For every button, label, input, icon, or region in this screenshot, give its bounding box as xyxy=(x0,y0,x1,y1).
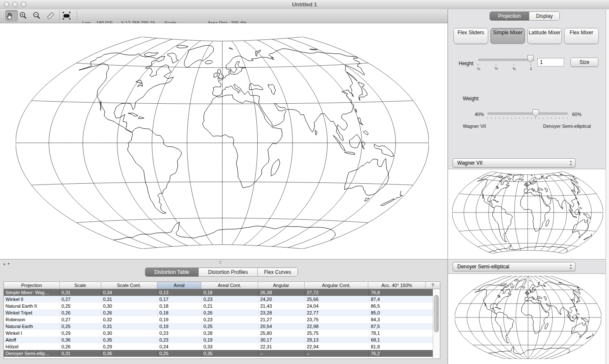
wagner-vii-preview-map xyxy=(452,171,603,254)
table-cell: 85,0 xyxy=(369,309,434,316)
table-cell: 24,04 xyxy=(305,303,369,309)
table-cell: 25,66 xyxy=(305,296,369,303)
table-cell: 0,33 xyxy=(202,343,259,350)
table-cell: 78,1 xyxy=(369,330,434,336)
table-cell: 22,31 xyxy=(259,343,305,350)
height-tick-label: ¾ xyxy=(509,66,519,71)
bottom-tab-bar: Distortion Table Distortion Profiles Fle… xyxy=(145,267,298,277)
tab-display[interactable]: Display xyxy=(529,12,559,20)
table-cell: 0,29 xyxy=(60,330,101,336)
table-row[interactable]: Winkel II0,270,310,170,2324,2025,6687,4 xyxy=(4,296,440,303)
simple-mixer-button[interactable]: Simple Mixer xyxy=(490,28,525,44)
table-cell: 84,3 xyxy=(369,316,434,323)
table-cell: 0,35 xyxy=(101,336,158,343)
table-row[interactable]: Winkel Tripel0,260,260,180,2623,2822,778… xyxy=(4,309,440,316)
table-cell: 29,13 xyxy=(305,336,369,343)
table-scrollbar-thumb[interactable] xyxy=(434,295,439,332)
table-cell: Robinson xyxy=(4,316,60,323)
table-cell: 87,5 xyxy=(369,323,434,330)
table-cell: Natural Earth II xyxy=(4,303,60,309)
main-map-canvas[interactable] xyxy=(16,37,429,249)
column-header-projection[interactable]: Projection xyxy=(4,282,60,289)
weight-slider-ticks xyxy=(487,117,567,119)
table-row[interactable]: Aitoff0,360,350,230,1930,1729,1368,1 xyxy=(4,336,440,343)
column-header-acc-40-150-[interactable]: Acc. 40° 150% xyxy=(368,282,425,289)
table-cell: 0,19 xyxy=(158,316,202,323)
fit-to-window-icon xyxy=(62,11,75,20)
table-row[interactable]: Winkel I0,290,300,230,2825,8025,7578,1 xyxy=(4,330,440,336)
projection1-preview xyxy=(448,169,606,259)
projection1-dropdown-value: Wagner VII xyxy=(457,159,483,167)
table-scrollbar[interactable] xyxy=(433,289,440,358)
table-cell: 0,23 xyxy=(202,296,259,303)
table-cell: 26,38 xyxy=(259,289,305,296)
fit-to-window-button[interactable] xyxy=(62,10,75,22)
table-cell: 0,31 xyxy=(101,296,158,303)
table-cell: 24,20 xyxy=(259,296,305,303)
toolbar-drag-handle[interactable] xyxy=(1,11,3,22)
table-row[interactable]: Natural Earth II0,250,300,180,2121,4324,… xyxy=(4,303,440,309)
tab-distortion-profiles[interactable]: Distortion Profiles xyxy=(199,268,258,276)
height-value-field[interactable] xyxy=(537,58,564,66)
projection1-dropdown[interactable]: Wagner VII ▲▼ xyxy=(453,158,576,168)
collapse-down-icon[interactable]: ▼ xyxy=(7,262,10,266)
table-row[interactable]: Denoyer Semi-ellip…0,310,360,250,35––76,… xyxy=(4,350,440,357)
hand-tool-button[interactable] xyxy=(5,10,18,22)
table-cell: Natural Earth xyxy=(4,323,60,330)
table-row[interactable]: Hölzel0,260,290,240,3322,3122,9481,8 xyxy=(4,343,440,350)
tab-flex-curves[interactable]: Flex Curves xyxy=(258,268,298,276)
ruler-icon xyxy=(46,11,58,20)
projection2-dropdown[interactable]: Denoyer Semi-elliptical ▲▼ xyxy=(453,262,576,271)
app-window: Untitled 1 Lon:180,0°E Lat:77,7°S X:12.7… xyxy=(0,0,609,364)
table-cell: 0,31 xyxy=(101,323,158,330)
table-cell: 0,27 xyxy=(60,316,101,323)
table-row[interactable]: Robinson0,270,320,190,2321,2723,7584,3 xyxy=(4,316,440,323)
height-tick-label: ½ xyxy=(491,66,501,71)
table-cell: Winkel Tripel xyxy=(4,309,60,316)
flex-sliders-button[interactable]: Flex Sliders xyxy=(453,28,488,44)
main-map-area[interactable] xyxy=(0,23,448,259)
column-header--[interactable]: ? xyxy=(425,282,440,289)
table-cell: 22,98 xyxy=(305,323,369,330)
latitude-mixer-button[interactable]: Latitude Mixer xyxy=(527,28,562,44)
measure-tool-button[interactable] xyxy=(46,10,58,22)
column-header-areal[interactable]: Areal xyxy=(157,282,201,289)
column-header-angular[interactable]: Angular xyxy=(258,282,305,289)
tab-distortion-table[interactable]: Distortion Table xyxy=(145,268,199,276)
zoom-in-tool-button[interactable] xyxy=(19,10,31,22)
table-cell: 23,28 xyxy=(259,309,305,316)
column-header-angular-cont-[interactable]: Angular Cont. xyxy=(305,282,369,289)
bottom-panel: ▲ ▼ Distortion Table Distortion Profiles… xyxy=(0,259,448,364)
table-body: Simple Mixer: Wag…0,310,340,130,1826,382… xyxy=(4,289,440,357)
title-bar: Untitled 1 xyxy=(0,0,609,10)
size-button[interactable]: Size xyxy=(570,58,598,67)
table-cell: 0,17 xyxy=(158,296,202,303)
column-header-scale-cont-[interactable]: Scale Cont. xyxy=(101,282,158,289)
column-header-areal-cont-[interactable]: Areal Cont. xyxy=(201,282,258,289)
right-panel-scrollbar[interactable] xyxy=(606,9,609,364)
table-cell: 0,23 xyxy=(202,316,259,323)
table-cell: 0,31 xyxy=(60,289,101,296)
table-cell: 21,27 xyxy=(259,316,305,323)
table-cell: 22,77 xyxy=(305,309,369,316)
splitter-grip[interactable] xyxy=(219,261,222,264)
table-row[interactable]: Simple Mixer: Wag…0,310,340,130,1826,382… xyxy=(4,289,440,296)
height-slider-track[interactable] xyxy=(478,59,534,61)
table-cell: 30,17 xyxy=(259,336,305,343)
table-cell: Hölzel xyxy=(4,343,60,350)
weight-slider-track[interactable] xyxy=(487,113,568,115)
zoom-out-tool-button[interactable] xyxy=(32,10,45,22)
table-cell: 0,26 xyxy=(202,309,259,316)
popup-arrows-icon: ▲▼ xyxy=(570,160,572,166)
flex-mixer-button[interactable]: Flex Mixer xyxy=(564,28,599,44)
panel-collapse-controls: ▲ ▼ xyxy=(3,262,10,266)
collapse-up-icon[interactable]: ▲ xyxy=(3,262,6,266)
weight-left-projection-name: Wagner VII xyxy=(463,124,486,129)
table-cell: 0,26 xyxy=(60,343,101,350)
table-cell: 0,25 xyxy=(202,323,259,330)
tab-projection[interactable]: Projection xyxy=(490,12,529,20)
table-cell: 0,36 xyxy=(101,350,158,357)
table-row[interactable]: Natural Earth0,250,310,190,2520,5422,988… xyxy=(4,323,440,330)
table-cell: 23,75 xyxy=(305,316,369,323)
column-header-scale[interactable]: Scale xyxy=(60,282,101,289)
